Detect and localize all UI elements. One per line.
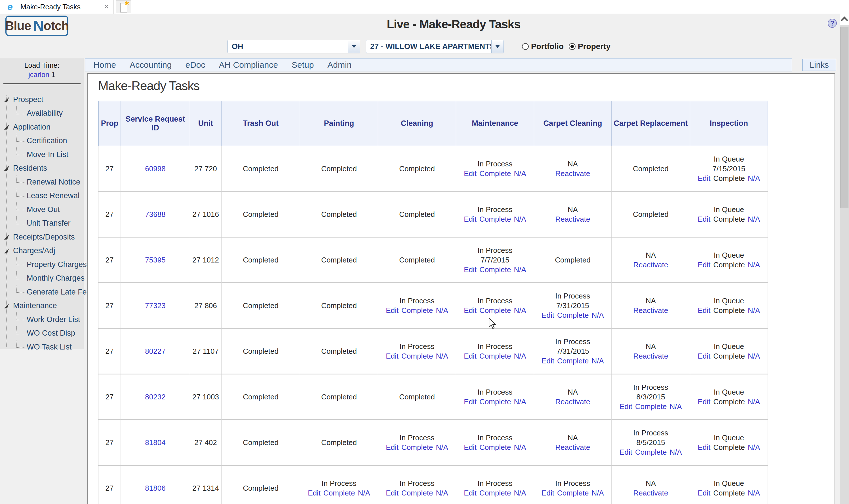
help-icon[interactable]: ? — [828, 19, 837, 28]
n-a-link[interactable]: N/A — [514, 443, 526, 452]
service-request-link[interactable]: 81806 — [145, 484, 166, 492]
sidebar-item-property-charges[interactable]: Property Charges — [0, 258, 84, 272]
tree-expand-icon[interactable] — [4, 124, 9, 129]
sidebar-item-label[interactable]: Renewal Notice — [27, 178, 80, 186]
service-request-link[interactable]: 80232 — [145, 393, 166, 401]
close-tab-icon[interactable]: × — [104, 2, 109, 11]
complete-link[interactable]: Complete — [557, 489, 589, 497]
reactivate-link[interactable]: Reactivate — [555, 169, 590, 178]
complete-link[interactable]: Complete — [557, 311, 589, 320]
sidebar-item-renewal-notice[interactable]: Renewal Notice — [0, 175, 84, 189]
service-request-link[interactable]: 80227 — [145, 347, 166, 356]
edit-link[interactable]: Edit — [464, 265, 477, 274]
sidebar-item-label[interactable]: Availability — [27, 109, 63, 118]
sidebar-item-label[interactable]: Application — [13, 123, 51, 131]
service-request-link[interactable]: 81804 — [145, 438, 166, 447]
sidebar-item-charges-adj[interactable]: Charges/Adj — [0, 244, 84, 258]
tree-expand-icon[interactable] — [4, 234, 9, 239]
links-button[interactable]: Links — [802, 59, 836, 71]
sidebar-item-label[interactable]: WO Task List — [27, 343, 72, 352]
dropdown-arrow-icon[interactable] — [348, 40, 360, 53]
complete-link[interactable]: Complete — [479, 352, 511, 360]
sidebar-item-move-in-list[interactable]: Move-In List — [0, 148, 84, 162]
complete-link[interactable]: Complete — [401, 306, 433, 314]
n-a-link[interactable]: N/A — [436, 306, 448, 314]
edit-link[interactable]: Edit — [386, 352, 399, 360]
portfolio-radio[interactable]: Portfolio — [522, 42, 564, 51]
nav-item-ah-compliance[interactable]: AH Compliance — [219, 60, 278, 70]
edit-link[interactable]: Edit — [698, 489, 711, 497]
edit-link[interactable]: Edit — [308, 489, 320, 497]
edit-link[interactable]: Edit — [620, 448, 632, 456]
sidebar-item-label[interactable]: Generate Late Fees — [27, 288, 95, 296]
edit-link[interactable]: Edit — [541, 357, 554, 365]
scrollbar-thumb[interactable] — [840, 26, 848, 208]
n-a-link[interactable]: N/A — [748, 489, 760, 497]
complete-link[interactable]: Complete — [401, 489, 433, 497]
sidebar-item-generate-late-fees[interactable]: Generate Late Fees — [0, 285, 84, 299]
edit-link[interactable]: Edit — [541, 311, 554, 320]
complete-link[interactable]: Complete — [401, 443, 433, 452]
n-a-link[interactable]: N/A — [748, 215, 760, 223]
edit-link[interactable]: Edit — [698, 306, 711, 314]
new-tab-button[interactable]: ✱ — [116, 0, 131, 13]
tree-expand-icon[interactable] — [4, 97, 9, 102]
sidebar-item-work-order-list[interactable]: Work Order List — [0, 313, 84, 327]
n-a-link[interactable]: N/A — [748, 306, 760, 314]
sidebar-item-label[interactable]: Move-In List — [27, 150, 68, 159]
edit-link[interactable]: Edit — [464, 489, 477, 497]
n-a-link[interactable]: N/A — [748, 260, 760, 269]
sidebar-item-certification[interactable]: Certification — [0, 134, 84, 148]
sidebar-item-label[interactable]: Move Out — [27, 205, 60, 214]
complete-link[interactable]: Complete — [479, 397, 511, 406]
reactivate-link[interactable]: Reactivate — [555, 397, 590, 406]
user-link[interactable]: jcarlon — [28, 71, 49, 78]
property-dropdown[interactable]: 27 - WILLOW LAKE APARTMENTS — [366, 40, 504, 53]
radio-circle-icon[interactable] — [522, 43, 529, 50]
sidebar-item-application[interactable]: Application — [0, 120, 84, 134]
reactivate-link[interactable]: Reactivate — [555, 443, 590, 452]
edit-link[interactable]: Edit — [464, 397, 477, 406]
edit-link[interactable]: Edit — [620, 402, 632, 411]
sidebar-item-monthly-charges[interactable]: Monthly Charges — [0, 272, 84, 285]
nav-item-home[interactable]: Home — [93, 60, 116, 70]
radio-circle-icon[interactable] — [569, 43, 575, 50]
sidebar-item-label[interactable]: Maintenance — [13, 301, 57, 310]
edit-link[interactable]: Edit — [698, 397, 711, 406]
edit-link[interactable]: Edit — [698, 174, 711, 183]
sidebar-item-availability[interactable]: Availability — [0, 107, 84, 121]
sidebar-item-maintenance[interactable]: Maintenance — [0, 299, 84, 313]
sidebar-item-label[interactable]: Prospect — [13, 95, 44, 104]
n-a-link[interactable]: N/A — [514, 215, 526, 223]
service-request-link[interactable]: 60998 — [145, 164, 166, 173]
n-a-link[interactable]: N/A — [436, 352, 448, 360]
sidebar-item-prospect[interactable]: Prospect — [0, 93, 84, 107]
edit-link[interactable]: Edit — [541, 489, 554, 497]
tree-expand-icon[interactable] — [4, 303, 9, 308]
reactivate-link[interactable]: Reactivate — [634, 352, 668, 360]
reactivate-link[interactable]: Reactivate — [634, 489, 668, 497]
edit-link[interactable]: Edit — [464, 443, 477, 452]
complete-link[interactable]: Complete — [323, 489, 355, 497]
edit-link[interactable]: Edit — [464, 352, 477, 360]
sidebar-item-unit-transfer[interactable]: Unit Transfer — [0, 217, 84, 231]
service-request-link[interactable]: 73688 — [145, 210, 166, 219]
complete-link[interactable]: Complete — [479, 306, 511, 314]
tree-expand-icon[interactable] — [4, 166, 9, 171]
sidebar-item-label[interactable]: Residents — [13, 164, 47, 173]
complete-link[interactable]: Complete — [635, 448, 666, 456]
n-a-link[interactable]: N/A — [748, 443, 760, 452]
sidebar-item-receipts-deposits[interactable]: Receipts/Deposits — [0, 230, 84, 244]
sidebar-item-wo-cost-disp[interactable]: WO Cost Disp — [0, 327, 84, 340]
vertical-scrollbar[interactable] — [839, 14, 849, 504]
n-a-link[interactable]: N/A — [591, 357, 604, 365]
sidebar-item-label[interactable]: Receipts/Deposits — [13, 233, 75, 241]
sidebar-item-label[interactable]: Lease Renewal — [27, 191, 80, 200]
sidebar-item-label[interactable]: WO Cost Disp — [27, 329, 75, 338]
n-a-link[interactable]: N/A — [748, 397, 760, 406]
n-a-link[interactable]: N/A — [436, 443, 448, 452]
edit-link[interactable]: Edit — [464, 306, 477, 314]
n-a-link[interactable]: N/A — [514, 489, 526, 497]
sidebar-item-label[interactable]: Property Charges — [27, 260, 87, 269]
reactivate-link[interactable]: Reactivate — [555, 215, 590, 223]
